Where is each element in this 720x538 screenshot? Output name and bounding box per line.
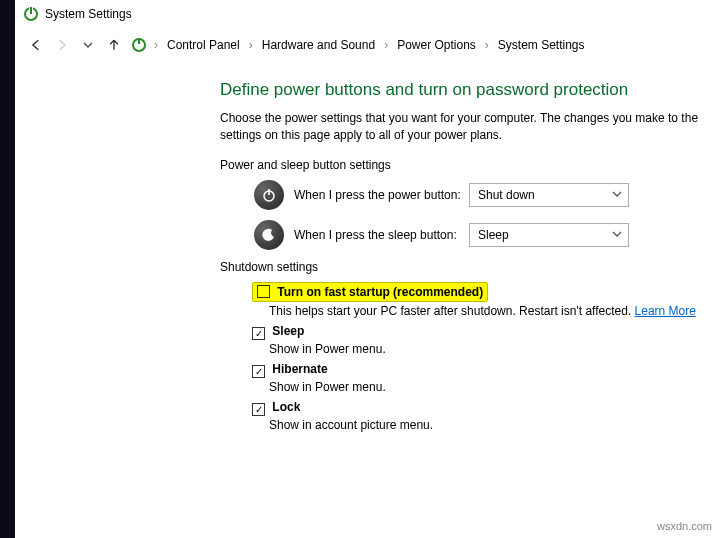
learn-more-link[interactable]: Learn More bbox=[635, 304, 696, 318]
chevron-right-icon[interactable]: › bbox=[381, 38, 391, 52]
titlebar: System Settings bbox=[15, 0, 720, 28]
back-button[interactable] bbox=[23, 32, 49, 58]
hibernate-checkbox[interactable]: ✓ bbox=[252, 365, 265, 378]
power-button-dropdown[interactable]: Shut down bbox=[469, 183, 629, 207]
crumb-hardware-sound[interactable]: Hardware and Sound bbox=[258, 36, 379, 54]
sleep-icon bbox=[254, 220, 284, 250]
fast-startup-label: Turn on fast startup (recommended) bbox=[277, 285, 483, 299]
history-dropdown-button[interactable] bbox=[75, 32, 101, 58]
page-title: Define power buttons and turn on passwor… bbox=[220, 80, 720, 100]
chevron-down-icon bbox=[612, 228, 622, 242]
sleep-row: ✓ Sleep bbox=[252, 324, 720, 340]
highlight-annotation: Turn on fast startup (recommended) bbox=[252, 282, 488, 302]
lock-checkbox[interactable]: ✓ bbox=[252, 403, 265, 416]
chevron-right-icon[interactable]: › bbox=[482, 38, 492, 52]
chevron-right-icon[interactable]: › bbox=[151, 38, 161, 52]
lock-desc: Show in account picture menu. bbox=[269, 418, 720, 432]
page-description: Choose the power settings that you want … bbox=[220, 110, 720, 144]
power-options-icon bbox=[131, 37, 147, 53]
sleep-label: Sleep bbox=[272, 324, 304, 338]
desktop-strip bbox=[0, 0, 15, 538]
crumb-power-options[interactable]: Power Options bbox=[393, 36, 480, 54]
sleep-desc: Show in Power menu. bbox=[269, 342, 720, 356]
power-sleep-heading: Power and sleep button settings bbox=[220, 158, 720, 172]
lock-label: Lock bbox=[272, 400, 300, 414]
power-button-label: When I press the power button: bbox=[294, 188, 469, 202]
svg-rect-3 bbox=[30, 7, 32, 12]
watermark: wsxdn.com bbox=[657, 520, 712, 532]
breadcrumb[interactable]: › Control Panel › Hardware and Sound › P… bbox=[131, 36, 589, 54]
main-content: Define power buttons and turn on passwor… bbox=[15, 62, 720, 432]
hibernate-label: Hibernate bbox=[272, 362, 327, 376]
power-options-icon bbox=[23, 6, 39, 22]
crumb-control-panel[interactable]: Control Panel bbox=[163, 36, 244, 54]
lock-row: ✓ Lock bbox=[252, 400, 720, 416]
crumb-system-settings[interactable]: System Settings bbox=[494, 36, 589, 54]
fast-startup-desc: This helps start your PC faster after sh… bbox=[269, 304, 720, 318]
sleep-button-row: When I press the sleep button: Sleep bbox=[254, 220, 720, 250]
dropdown-value: Shut down bbox=[478, 188, 535, 202]
hibernate-desc: Show in Power menu. bbox=[269, 380, 720, 394]
window-title: System Settings bbox=[45, 7, 132, 21]
dropdown-value: Sleep bbox=[478, 228, 509, 242]
svg-rect-5 bbox=[138, 39, 140, 44]
fast-startup-row: Turn on fast startup (recommended) bbox=[252, 282, 720, 302]
svg-rect-7 bbox=[268, 189, 270, 195]
chevron-down-icon bbox=[612, 188, 622, 202]
hibernate-row: ✓ Hibernate bbox=[252, 362, 720, 378]
sleep-checkbox[interactable]: ✓ bbox=[252, 327, 265, 340]
shutdown-heading: Shutdown settings bbox=[220, 260, 720, 274]
up-button[interactable] bbox=[101, 32, 127, 58]
shutdown-settings-group: Turn on fast startup (recommended) This … bbox=[220, 282, 720, 432]
sleep-button-label: When I press the sleep button: bbox=[294, 228, 469, 242]
chevron-right-icon[interactable]: › bbox=[246, 38, 256, 52]
navigation-bar: › Control Panel › Hardware and Sound › P… bbox=[15, 28, 720, 62]
fast-startup-checkbox[interactable] bbox=[257, 285, 270, 298]
forward-button[interactable] bbox=[49, 32, 75, 58]
sleep-button-dropdown[interactable]: Sleep bbox=[469, 223, 629, 247]
power-icon bbox=[254, 180, 284, 210]
system-settings-window: System Settings › Control Panel › Hardwa… bbox=[15, 0, 720, 538]
power-button-row: When I press the power button: Shut down bbox=[254, 180, 720, 210]
